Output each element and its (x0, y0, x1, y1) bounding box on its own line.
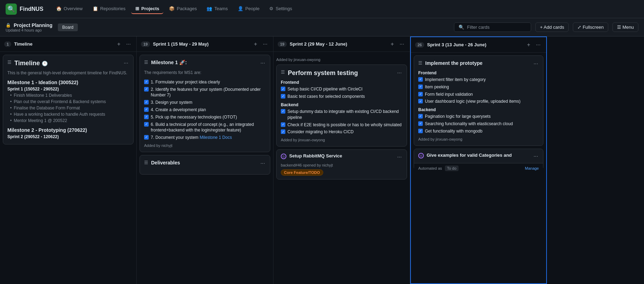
filter-input-container[interactable]: 🔍 Filter cards (454, 22, 531, 32)
column-sprint2: 19 Sprint 2 (29 May - 12 June) + ··· Add… (273, 36, 410, 284)
frontend-heading: Frontend (281, 80, 402, 85)
automated-status: To do (445, 165, 459, 171)
checkbox-3[interactable]: ✓ (144, 100, 149, 104)
proto-cb-5[interactable]: ✓ (418, 114, 423, 119)
checkbox-5[interactable]: ✓ (144, 115, 149, 119)
note-icon-del: ☰ (144, 160, 148, 165)
test-cb-4[interactable]: ✓ (281, 122, 285, 127)
nav-item-teams[interactable]: 👥 Teams (202, 4, 232, 14)
backend-heading: Backend (281, 102, 402, 107)
card-menu-rabbitmq[interactable]: ··· (396, 153, 402, 161)
card-menu-examples[interactable]: ··· (533, 153, 539, 160)
automated-bar: Automated as To do Manage (414, 163, 543, 173)
card-menu-testing[interactable]: ··· (396, 69, 402, 77)
test-cb-3[interactable]: ✓ (281, 109, 285, 114)
nav-item-packages[interactable]: 📦 Packages (165, 4, 201, 14)
timeline-desc: This is the general high-level developme… (7, 70, 129, 76)
column-sprint3: 26 Sprint 3 (13 June - 26 June) + ··· ☰ … (410, 36, 547, 284)
card-system-testing: ☰ Perform system testing ··· Frontend ✓ … (276, 65, 407, 147)
column-title-sprint1: Sprint 1 (15 May - 29 May) (153, 41, 250, 47)
sprint2-top-added-by: Added by jinxuan-owyong (276, 58, 407, 62)
settings-icon: ⚙ (269, 6, 273, 11)
proto-check-3: ✓ Form field input validation (418, 92, 539, 97)
card-menu-timeline[interactable]: ··· (123, 59, 129, 67)
column-title-sprint3: Sprint 3 (13 June - 26 June) (427, 42, 523, 47)
milestone1-docs-link[interactable]: Milestone 1 Docs (199, 135, 232, 140)
check-item-5: ✓ 5. Pick up the necessary technologies … (144, 114, 266, 120)
logo-area[interactable]: 🔍 FindNUS (6, 4, 43, 15)
list-item: Have a working backend to handle Auth re… (10, 111, 129, 117)
card-timeline: ☰ Timeline 🕐 ··· This is the general hig… (3, 55, 134, 144)
test-cb-5[interactable]: ✓ (281, 129, 285, 134)
sprint3-add-button[interactable]: + (526, 41, 531, 49)
column-title-sprint2: Sprint 2 (29 May - 12 June) (290, 41, 386, 47)
checkbox-6[interactable]: ✓ (144, 122, 149, 127)
card-milestone1: ☰ Milestone 1 🚀: ··· The requirements fo… (140, 55, 270, 152)
list-item: Finalise the Database Form Format (10, 105, 129, 111)
sprint2-add-button[interactable]: + (389, 40, 395, 48)
tab-board[interactable]: Board (58, 23, 77, 31)
column-header-timeline: 1 Timeline + ··· (0, 36, 136, 52)
proto-cb-2[interactable]: ✓ (418, 84, 423, 89)
column-body-timeline: ☰ Timeline 🕐 ··· This is the general hig… (0, 52, 136, 284)
card-menu-proto[interactable]: ··· (533, 60, 539, 68)
checkbox-4[interactable]: ✓ (144, 107, 149, 112)
card-give-examples: ◎ Give examples for valid Categories and… (414, 149, 543, 170)
test-cb-2[interactable]: ✓ (281, 94, 285, 99)
examples-title: Give examples for valid Categories and (427, 153, 530, 158)
top-nav: 🔍 FindNUS 🏠 Overview 📋 Repositories ⊞ Pr… (0, 0, 644, 18)
card-deliverables: ☰ Deliverables ··· (140, 155, 270, 175)
card-menu-m1[interactable]: ··· (260, 59, 266, 67)
subheader-actions: 🔍 Filter cards + Add cards ⤢ Fullscreen … (454, 22, 638, 32)
card-header-m1: ☰ Milestone 1 🚀: ··· (144, 59, 266, 67)
column-body-sprint1: ☰ Milestone 1 🚀: ··· The requirements fo… (137, 52, 273, 284)
sprint1-menu-button[interactable]: ··· (262, 40, 269, 48)
test-check-1: ✓ Setup basic CI/CD pipeline with Circle… (281, 86, 402, 92)
proto-cb-1[interactable]: ✓ (418, 77, 423, 82)
menu-button[interactable]: ☰ Menu (612, 22, 638, 32)
nav-item-repositories[interactable]: 📋 Repositories (88, 4, 130, 14)
proto-cb-7[interactable]: ✓ (418, 129, 423, 133)
nav-item-people[interactable]: 👤 People (233, 4, 264, 14)
card-menu-del[interactable]: ··· (260, 160, 266, 167)
test-cb-1[interactable]: ✓ (281, 87, 285, 91)
manage-link[interactable]: Manage (525, 166, 539, 170)
proto-check-2: ✓ Item peeking (418, 84, 539, 90)
issue-icon-rabbitmq: ◎ (281, 154, 286, 159)
check-item-2: ✓ 2. Identify the features for your syst… (144, 87, 266, 99)
test-check-5: ✓ Consider migrating to Heroku CICD (281, 129, 402, 135)
list-item: Mentor Meeting 1 @ 200522 (10, 117, 129, 124)
checkbox-2[interactable]: ✓ (144, 87, 149, 92)
fullscreen-button[interactable]: ⤢ Fullscreen (573, 22, 608, 32)
note-icon-proto: ☰ (418, 60, 422, 66)
rabbitmq-subtitle: backend#46 opened by nichyjt (281, 163, 402, 167)
timeline-menu-button[interactable]: ··· (125, 40, 132, 48)
proto-check-6: ✓ Searching functionality with elasticse… (418, 121, 539, 127)
packages-icon: 📦 (169, 6, 175, 11)
proto-check-4: ✓ User dashboard logic (view profile, up… (418, 99, 539, 104)
nav-item-overview[interactable]: 🏠 Overview (52, 4, 87, 14)
nav-item-projects[interactable]: ⊞ Projects (131, 4, 163, 14)
note-icon-m1: ☰ (144, 60, 148, 65)
project-title: Project Planning (14, 22, 52, 28)
checkbox-1[interactable]: ✓ (144, 80, 149, 84)
test-check-2: ✓ Basic test cases for selected componen… (281, 94, 402, 100)
proto-cb-6[interactable]: ✓ (418, 121, 423, 126)
rabbitmq-badge: Core Feature/TODO (281, 169, 323, 176)
search-icon: 🔍 (459, 25, 464, 30)
timeline-add-button[interactable]: + (116, 40, 122, 48)
m1-card-title: Milestone 1 🚀: (151, 59, 257, 66)
column-body-sprint3: ☰ Implement the prototype ··· Frontend ✓… (411, 53, 546, 283)
sprint1-add-button[interactable]: + (252, 40, 258, 48)
proto-cb-4[interactable]: ✓ (418, 99, 423, 103)
issue-icon-examples: ◎ (418, 153, 424, 158)
checkbox-7[interactable]: ✓ (144, 135, 149, 140)
subheader: 🔒 Project Planning Updated 4 hours ago B… (0, 18, 644, 36)
add-cards-button[interactable]: + Add cards (535, 22, 569, 32)
proto-cb-3[interactable]: ✓ (418, 92, 423, 96)
sprint2-menu-button[interactable]: ··· (398, 40, 406, 48)
proto-frontend-heading: Frontend (418, 70, 539, 75)
lock-icon: 🔒 (6, 23, 11, 28)
nav-item-settings[interactable]: ⚙ Settings (265, 4, 296, 14)
sprint3-menu-button[interactable]: ··· (535, 41, 542, 49)
